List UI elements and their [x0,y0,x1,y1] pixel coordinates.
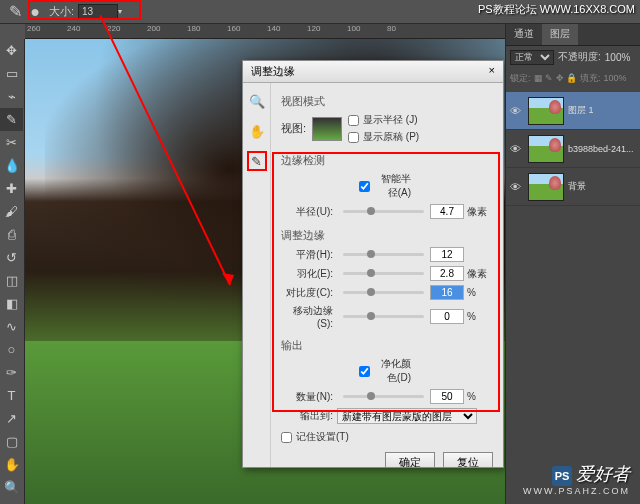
fill-value[interactable]: 100% [604,73,627,83]
brush-tool[interactable]: 🖌 [0,200,23,223]
horizontal-ruler: 26024022020018016014012010080 [25,24,505,39]
watermark-top: PS教程论坛 WWW.16XX8.COM [478,2,635,17]
visibility-icon[interactable]: 👁 [510,181,524,193]
refine-brush-icon[interactable]: ✎ [247,151,267,171]
tab-channels[interactable]: 通道 [506,24,542,45]
view-mode-thumb[interactable] [312,117,342,141]
layer-item[interactable]: 👁 图层 1 [506,92,640,130]
gradient-tool[interactable]: ◧ [0,292,23,315]
tools-panel: ✥ ▭ ⌁ ✎ ✂ 💧 ✚ 🖌 ⎙ ↺ ◫ ◧ ∿ ○ ✑ T ↗ ▢ ✋ 🔍 [0,39,25,504]
layer-thumbnail[interactable] [528,173,564,201]
eraser-tool[interactable]: ◫ [0,269,23,292]
layer-thumbnail[interactable] [528,135,564,163]
eyedropper-tool[interactable]: 💧 [0,154,23,177]
hand-tool[interactable]: ✋ [0,453,23,476]
view-mode-group: 视图模式 视图: 显示半径 (J) 显示原稿 (P) [281,91,493,144]
move-tool[interactable]: ✥ [0,39,23,62]
history-brush-tool[interactable]: ↺ [0,246,23,269]
lock-icons[interactable]: ▦ ✎ ✥ 🔒 [534,73,578,83]
blend-mode-select[interactable]: 正常 [510,50,554,65]
zoom-tool[interactable]: 🔍 [0,476,23,499]
watermark-bottom: PS爱好者 WWW.PSAHZ.COM [523,462,630,496]
show-radius-checkbox[interactable]: 显示半径 (J) [348,113,419,127]
annotation-highlight-top [28,0,141,20]
layer-thumbnail[interactable] [528,97,564,125]
shape-tool[interactable]: ▢ [0,430,23,453]
close-icon[interactable]: × [489,64,495,79]
visibility-icon[interactable]: 👁 [510,105,524,117]
reset-button[interactable]: 复位 [443,452,493,467]
healing-tool[interactable]: ✚ [0,177,23,200]
opacity-value[interactable]: 100% [605,52,631,63]
tab-layers[interactable]: 图层 [542,24,578,45]
remember-checkbox[interactable]: 记住设置(T) [281,430,493,444]
stamp-tool[interactable]: ⎙ [0,223,23,246]
panels-area: 通道 图层 正常 不透明度: 100% 锁定: ▦ ✎ ✥ 🔒 填充: 100%… [505,24,640,504]
hand-icon[interactable]: ✋ [247,121,267,141]
brush-tool-icon[interactable]: ✎ [5,2,25,22]
dialog-title-text: 调整边缘 [251,64,295,79]
show-original-checkbox[interactable]: 显示原稿 (P) [348,130,419,144]
lasso-tool[interactable]: ⌁ [0,85,23,108]
text-tool[interactable]: T [0,384,23,407]
layer-item[interactable]: 👁 背景 [506,168,640,206]
layer-item[interactable]: 👁 b3988bed-241... [506,130,640,168]
crop-tool[interactable]: ✂ [0,131,23,154]
zoom-icon[interactable]: 🔍 [247,91,267,111]
annotation-highlight-dialog [272,152,500,412]
dodge-tool[interactable]: ○ [0,338,23,361]
layers-list: 👁 图层 1 👁 b3988bed-241... 👁 背景 [506,88,640,210]
pen-tool[interactable]: ✑ [0,361,23,384]
path-tool[interactable]: ↗ [0,407,23,430]
marquee-tool[interactable]: ▭ [0,62,23,85]
ok-button[interactable]: 确定 [385,452,435,467]
dialog-titlebar[interactable]: 调整边缘 × [243,61,503,83]
dialog-tool-strip: 🔍 ✋ ✎ [243,83,271,467]
blur-tool[interactable]: ∿ [0,315,23,338]
quick-select-tool[interactable]: ✎ [0,108,23,131]
visibility-icon[interactable]: 👁 [510,143,524,155]
